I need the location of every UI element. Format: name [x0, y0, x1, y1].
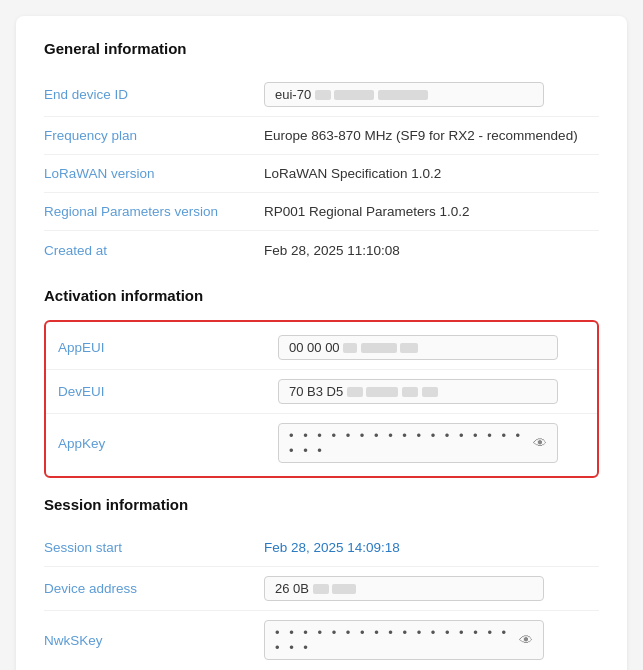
device-address-row: Device address 26 0B	[44, 567, 599, 611]
end-device-id-row: End device ID eui-70	[44, 73, 599, 117]
blurred-7	[347, 387, 363, 397]
dev-eui-value: 70 B3 D5	[278, 379, 585, 404]
general-info-title: General information	[44, 40, 599, 57]
lorawan-version-label: LoRaWAN version	[44, 166, 264, 181]
nwk-skey-value: • • • • • • • • • • • • • • • • • • • • …	[264, 620, 599, 660]
session-start-row: Session start Feb 28, 2025 14:09:18	[44, 529, 599, 567]
blurred-8	[366, 387, 398, 397]
app-eui-label: AppEUI	[58, 340, 278, 355]
session-start-label: Session start	[44, 540, 264, 555]
blurred-4	[343, 343, 357, 353]
end-device-id-value: eui-70	[264, 82, 599, 107]
device-address-prefix: 26 0B	[275, 581, 313, 596]
app-key-eye-icon[interactable]: 👁	[525, 435, 547, 451]
app-eui-value: 00 00 00	[278, 335, 585, 360]
blurred-5	[361, 343, 397, 353]
nwk-skey-eye-icon[interactable]: 👁	[511, 632, 533, 648]
nwk-skey-label: NwkSKey	[44, 633, 264, 648]
app-key-row: AppKey • • • • • • • • • • • • • • • • •…	[46, 414, 597, 472]
activation-divider: Activation information	[44, 287, 599, 304]
app-eui-box: 00 00 00	[278, 335, 558, 360]
lorawan-version-value: LoRaWAN Specification 1.0.2	[264, 166, 599, 181]
regional-params-label: Regional Parameters version	[44, 204, 264, 219]
regional-params-value: RP001 Regional Parameters 1.0.2	[264, 204, 599, 219]
session-info-title: Session information	[44, 496, 599, 513]
dev-eui-label: DevEUI	[58, 384, 278, 399]
end-device-id-prefix: eui-70	[275, 87, 315, 102]
blurred-1	[315, 90, 331, 100]
end-device-id-label: End device ID	[44, 87, 264, 102]
main-card: General information End device ID eui-70…	[16, 16, 627, 670]
activation-info-section: AppEUI 00 00 00 DevEUI 70 B3 D5	[44, 320, 599, 478]
activation-info-title: Activation information	[44, 287, 599, 304]
app-key-dots: • • • • • • • • • • • • • • • • • • • •	[289, 428, 525, 458]
regional-params-row: Regional Parameters version RP001 Region…	[44, 193, 599, 231]
blurred-10	[422, 387, 438, 397]
dev-eui-row: DevEUI 70 B3 D5	[46, 370, 597, 414]
device-address-box: 26 0B	[264, 576, 544, 601]
blurred-2	[334, 90, 374, 100]
created-at-row: Created at Feb 28, 2025 11:10:08	[44, 231, 599, 269]
frequency-plan-row: Frequency plan Europe 863-870 MHz (SF9 f…	[44, 117, 599, 155]
device-address-value: 26 0B	[264, 576, 599, 601]
blurred-12	[332, 584, 356, 594]
lorawan-version-row: LoRaWAN version LoRaWAN Specification 1.…	[44, 155, 599, 193]
app-eui-prefix: 00 00 00	[289, 340, 343, 355]
created-at-value: Feb 28, 2025 11:10:08	[264, 243, 599, 258]
app-eui-row: AppEUI 00 00 00	[46, 326, 597, 370]
session-start-value: Feb 28, 2025 14:09:18	[264, 540, 599, 555]
device-address-label: Device address	[44, 581, 264, 596]
app-key-box: • • • • • • • • • • • • • • • • • • • • …	[278, 423, 558, 463]
frequency-plan-value: Europe 863-870 MHz (SF9 for RX2 - recomm…	[264, 128, 599, 143]
nwk-skey-row: NwkSKey • • • • • • • • • • • • • • • • …	[44, 611, 599, 669]
nwk-skey-box: • • • • • • • • • • • • • • • • • • • • …	[264, 620, 544, 660]
dev-eui-prefix: 70 B3 D5	[289, 384, 347, 399]
general-info-section: End device ID eui-70 Frequency plan Euro…	[44, 73, 599, 269]
end-device-id-box: eui-70	[264, 82, 544, 107]
blurred-3	[378, 90, 428, 100]
dev-eui-box: 70 B3 D5	[278, 379, 558, 404]
blurred-11	[313, 584, 329, 594]
blurred-9	[402, 387, 418, 397]
session-info-section: Session start Feb 28, 2025 14:09:18 Devi…	[44, 529, 599, 669]
app-key-label: AppKey	[58, 436, 278, 451]
blurred-6	[400, 343, 418, 353]
app-key-value: • • • • • • • • • • • • • • • • • • • • …	[278, 423, 585, 463]
frequency-plan-label: Frequency plan	[44, 128, 264, 143]
created-at-label: Created at	[44, 243, 264, 258]
nwk-skey-dots: • • • • • • • • • • • • • • • • • • • •	[275, 625, 511, 655]
